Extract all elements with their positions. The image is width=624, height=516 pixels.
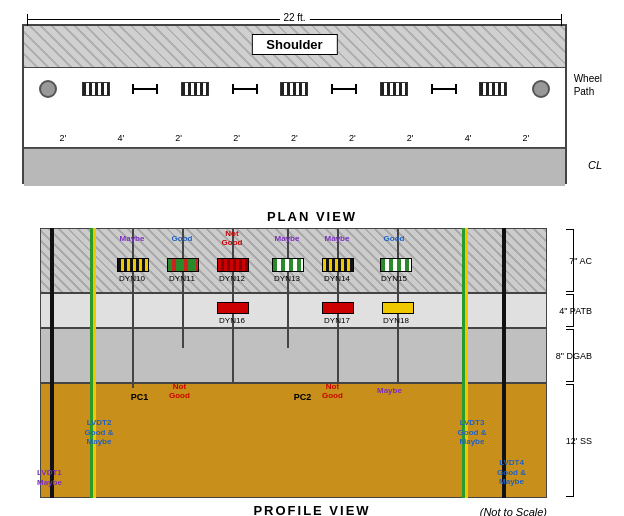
cl-area: [24, 148, 565, 186]
main-container: Shoulder: [0, 4, 624, 516]
circle-sensor-right: [532, 80, 550, 98]
layer-dgab: [40, 328, 547, 383]
plan-view-label: PLAN VIEW: [0, 209, 624, 224]
label-dyn17: DYN17: [315, 316, 359, 325]
layer-patb: [40, 293, 547, 328]
dim-4b: 4': [465, 133, 472, 143]
shoulder-hatch: Shoulder: [24, 26, 565, 68]
dim-2g: 2': [523, 133, 530, 143]
sensor-dyn13-bar: [272, 258, 304, 272]
label-dyn18: DYN18: [374, 316, 418, 325]
sensor-bar-1: [82, 82, 110, 96]
quality-dyn14: Maybe: [315, 234, 359, 243]
sensor-bar-2: [181, 82, 209, 96]
label-lvdt4: LVDT4Good &Maybe: [484, 458, 539, 487]
dim-2c: 2': [233, 133, 240, 143]
dim-2e: 2': [349, 133, 356, 143]
dimension-row: 2' 4' 2' 2' 2' 2' 2' 4' 2': [34, 133, 555, 143]
dim-2b: 2': [175, 133, 182, 143]
label-dyn11: DYN11: [162, 274, 202, 283]
label-dyn16: DYN16: [210, 316, 254, 325]
label-dyn10: DYN10: [112, 274, 152, 283]
label-pc1: PC1: [122, 392, 157, 402]
quality-dyn15: Good: [372, 234, 416, 243]
sensor-dyn18-bar: [382, 302, 414, 314]
shoulder-label: Shoulder: [251, 34, 337, 55]
dim-2d: 2': [291, 133, 298, 143]
pole-dyn11: [182, 228, 184, 348]
quality-pc1-notgood: NotGood: [169, 383, 190, 401]
wheel-path-label: WheelPath: [574, 72, 602, 98]
dim-22ft-label: 22 ft.: [279, 12, 309, 23]
profile-view-label: PROFILE VIEW: [253, 503, 370, 516]
label-dyn13: DYN13: [267, 274, 307, 283]
quality-pc2-notgood: NotGood: [322, 383, 343, 401]
not-to-scale-label: (Not to Scale): [480, 506, 547, 516]
quality-dyn11: Good: [160, 234, 204, 243]
cl-label: CL: [588, 159, 602, 171]
label-dyn14: DYN14: [317, 274, 357, 283]
dim-2a: 2': [60, 133, 67, 143]
sensor-bar-5: [479, 82, 507, 96]
label-lvdt1: LVDT1Maybe: [37, 468, 62, 487]
dim-2f: 2': [407, 133, 414, 143]
sensor-bar-4: [380, 82, 408, 96]
label-lvdt2: LVDT2Good &Maybe: [74, 418, 124, 447]
pole-lvdt3-yellow: [465, 228, 468, 498]
sensor-dyn11-bar: [167, 258, 199, 272]
sensor-row: [39, 80, 550, 98]
quality-dyn13: Maybe: [265, 234, 309, 243]
pole-dyn13: [287, 228, 289, 348]
sensor-dyn10-bar: [117, 258, 149, 272]
label-dyn12: DYN12: [212, 274, 252, 283]
label-lvdt3: LVDT3Good &Maybe: [447, 418, 497, 447]
sensor-dyn17-bar: [322, 302, 354, 314]
sensor-bar-3: [280, 82, 308, 96]
quality-dyn12: NotGood: [210, 230, 254, 248]
pole-dyn10: [132, 228, 134, 388]
pole-lvdt1: [50, 228, 54, 498]
quality-dyn10: Maybe: [110, 234, 154, 243]
sensor-dyn12-bar: [217, 258, 249, 272]
circle-sensor-left: [39, 80, 57, 98]
road-surface: 2' 4' 2' 2' 2' 2' 2' 4' 2': [24, 68, 565, 148]
pole-lvdt2-yellow: [93, 228, 96, 498]
quality-maybe-mid: Maybe: [377, 386, 402, 395]
profile-view-section: 7" AC 4" PATB 8" DGAB 12' SS: [22, 228, 602, 516]
dim-22ft: 22 ft.: [22, 12, 567, 26]
plan-outer: Shoulder: [22, 24, 567, 184]
label-pc2: PC2: [285, 392, 320, 402]
plan-view-section: Shoulder: [22, 4, 602, 209]
sensor-dyn14-bar: [322, 258, 354, 272]
sensor-dyn15-bar: [380, 258, 412, 272]
dim-4a: 4': [117, 133, 124, 143]
label-dyn15: DYN15: [374, 274, 414, 283]
sensor-dyn16-bar: [217, 302, 249, 314]
